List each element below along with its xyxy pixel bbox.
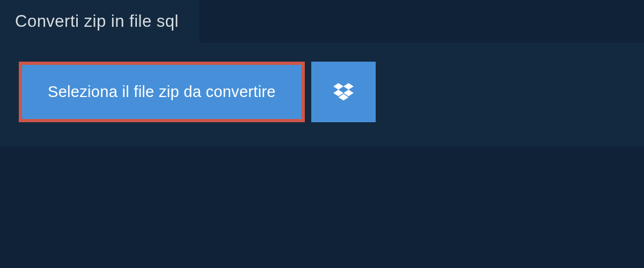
button-row: Seleziona il file zip da convertire — [19, 62, 625, 122]
tab-header: Converti zip in file sql — [0, 0, 199, 43]
select-file-label: Seleziona il file zip da convertire — [48, 83, 276, 101]
dropbox-icon — [333, 83, 354, 101]
tab-convert[interactable]: Converti zip in file sql — [0, 0, 199, 43]
tab-label: Converti zip in file sql — [15, 12, 179, 31]
content-panel: Seleziona il file zip da convertire — [0, 43, 644, 146]
dropbox-button[interactable] — [311, 62, 376, 122]
select-file-button[interactable]: Seleziona il file zip da convertire — [19, 62, 305, 122]
